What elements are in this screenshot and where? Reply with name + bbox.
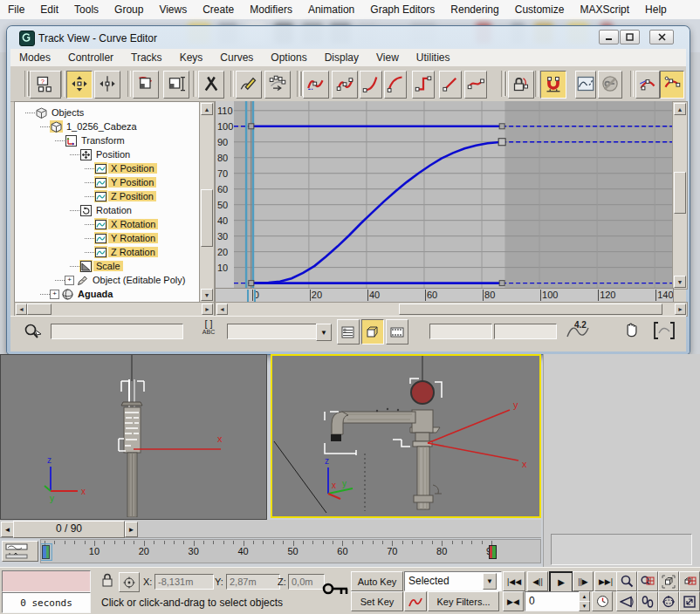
expand-icon[interactable]: + — [65, 276, 74, 285]
absolute-mode-button[interactable] — [119, 572, 140, 592]
tv-menu-controller[interactable]: Controller — [59, 51, 122, 64]
viewport-left[interactable]: x z x y — [0, 354, 267, 520]
go-to-start-button[interactable]: |◀◀ — [503, 571, 525, 591]
tree-item-z-position[interactable]: Z Position — [15, 189, 200, 203]
box-mode-button[interactable] — [361, 319, 384, 345]
tree-item-y-rotation[interactable]: Y Rotation — [15, 231, 200, 245]
set-tangents-smooth-button[interactable] — [464, 71, 487, 99]
tv-menu-tracks[interactable]: Tracks — [122, 51, 171, 64]
tree-item-aguada[interactable]: +Aguada — [15, 287, 200, 301]
set-key-icon[interactable] — [321, 572, 349, 607]
set-tangents-linear-button[interactable] — [439, 71, 462, 99]
field-of-view-icon[interactable] — [616, 591, 637, 611]
menu-group[interactable]: Group — [106, 3, 151, 16]
zoom-region-icon[interactable] — [653, 321, 676, 342]
move-keys-button[interactable] — [66, 71, 93, 99]
show-tangents-button[interactable] — [635, 71, 660, 99]
zoom-all-icon[interactable] — [637, 571, 658, 591]
viewport-right-active[interactable]: y x z y x — [271, 354, 541, 518]
graph-vscrollbar[interactable]: ▲ ▼ — [672, 101, 688, 290]
maximize-viewport-toggle-icon[interactable] — [679, 591, 700, 611]
tv-menu-modes[interactable]: Modes — [10, 51, 59, 64]
set-tangents-fast-button[interactable] — [360, 71, 382, 99]
scroll-up-icon[interactable]: ▲ — [674, 103, 686, 115]
menu-graph-editors[interactable]: Graph Editors — [362, 3, 443, 16]
scale-keys-button[interactable] — [133, 71, 159, 99]
set-tangents-auto-button[interactable] — [303, 71, 329, 99]
lock-tangents-button[interactable] — [508, 71, 534, 99]
menu-edit[interactable]: Edit — [32, 3, 66, 16]
tree-vscrollbar[interactable]: ▲ ▼ — [199, 101, 215, 303]
curves-list-mode-button[interactable] — [337, 319, 360, 345]
play-button[interactable]: ▶ — [549, 571, 573, 593]
auto-key-button[interactable]: Auto Key — [351, 571, 403, 591]
tv-menu-view[interactable]: View — [367, 51, 408, 64]
key-filters-button[interactable]: Key Filters... — [428, 591, 499, 611]
open-mini-curve-editor-button[interactable] — [2, 541, 38, 562]
tv-menu-display[interactable]: Display — [316, 51, 367, 64]
tree-item-scale[interactable]: Scale — [15, 259, 200, 273]
tree-item-transform[interactable]: Transform — [15, 133, 200, 147]
zoom-icon[interactable] — [616, 571, 637, 591]
show-selected-key-stats-button[interactable]: 4.2 — [566, 319, 595, 342]
graph-hscrollbar[interactable]: ◄ ► — [215, 302, 688, 317]
previous-frame-button[interactable]: ◀|| — [527, 571, 548, 591]
default-in-out-tangents-button[interactable] — [404, 591, 427, 611]
track-bar[interactable]: 102030405060708090 — [40, 539, 541, 563]
show-keyable-icons-button[interactable] — [598, 71, 622, 99]
track-name-field[interactable] — [51, 324, 183, 339]
zoom-selected-icon[interactable] — [23, 323, 42, 344]
key-time-field[interactable] — [429, 324, 492, 339]
z-coord-field[interactable]: 0,0m — [288, 574, 325, 590]
key[interactable] — [499, 124, 504, 129]
tree-item-object-editable-poly[interactable]: +Object (Editable Poly) — [15, 273, 200, 287]
set-tangents-step-button[interactable] — [412, 71, 435, 99]
slide-keys-button[interactable] — [94, 71, 120, 99]
scroll-left-icon[interactable]: ◄ — [16, 304, 27, 315]
current-frame-indicator[interactable] — [40, 543, 52, 561]
filters-button[interactable]: ? — [30, 71, 61, 99]
time-configuration-button[interactable] — [592, 591, 613, 611]
menu-help[interactable]: Help — [637, 3, 675, 16]
draw-curves-button[interactable] — [236, 71, 262, 99]
maxscript-listener-white[interactable]: 0 seconds — [2, 592, 91, 613]
time-slider-next-icon[interactable]: ► — [125, 522, 138, 537]
tv-menu-utilities[interactable]: Utilities — [408, 51, 459, 64]
zoom-extents-all-icon[interactable] — [679, 571, 700, 591]
tree-item-x-rotation[interactable]: X Rotation — [15, 217, 200, 231]
tv-menu-keys[interactable]: Keys — [171, 51, 212, 64]
frame-spinner-down-icon[interactable]: ▼ — [579, 601, 590, 611]
key[interactable] — [249, 281, 254, 286]
menu-animation[interactable]: Animation — [300, 3, 362, 16]
menu-views[interactable]: Views — [151, 3, 195, 16]
scroll-down-icon[interactable]: ▼ — [201, 289, 213, 301]
key[interactable] — [499, 281, 504, 286]
selection-lock-icon[interactable] — [101, 573, 113, 590]
set-tangents-custom-button[interactable] — [332, 71, 358, 99]
scroll-right-icon[interactable]: ► — [675, 304, 686, 315]
tree-item-1-0256-cabeza[interactable]: 1_0256_Cabeza — [15, 119, 200, 133]
set-tangents-slow-button[interactable] — [384, 71, 407, 99]
scale-values-button[interactable] — [163, 71, 189, 99]
y-coord-field[interactable]: 2,87m — [226, 574, 280, 590]
arc-rotate-icon[interactable] — [658, 591, 679, 611]
tree-item-y-position[interactable]: Y Position — [15, 175, 200, 189]
tree-item-objects[interactable]: Objects — [15, 106, 200, 119]
snap-frames-button[interactable] — [540, 71, 566, 99]
selected-key[interactable] — [498, 139, 505, 146]
next-frame-button[interactable]: ||▶ — [573, 571, 594, 591]
time-slider[interactable]: ◄ 0 / 90 ► — [0, 520, 541, 538]
param-curve-out-of-range-button[interactable] — [575, 71, 596, 99]
edit-track-set-icon[interactable]: [ ] ABC — [197, 319, 220, 342]
key[interactable] — [249, 124, 254, 129]
menu-create[interactable]: Create — [195, 3, 242, 16]
dope-sheet-mode-button[interactable] — [386, 319, 408, 345]
scroll-down-icon[interactable]: ▼ — [674, 276, 686, 288]
expand-icon[interactable]: + — [50, 290, 59, 299]
track-set-dropdown-arrow-icon[interactable]: ▼ — [316, 324, 332, 341]
maxscript-listener-pink[interactable] — [2, 570, 91, 592]
go-to-end-button[interactable]: ▶▶| — [594, 571, 617, 591]
tree-item-position[interactable]: Position — [15, 147, 200, 161]
close-button[interactable] — [649, 30, 674, 44]
x-coord-field[interactable]: -8,131m — [154, 574, 214, 590]
